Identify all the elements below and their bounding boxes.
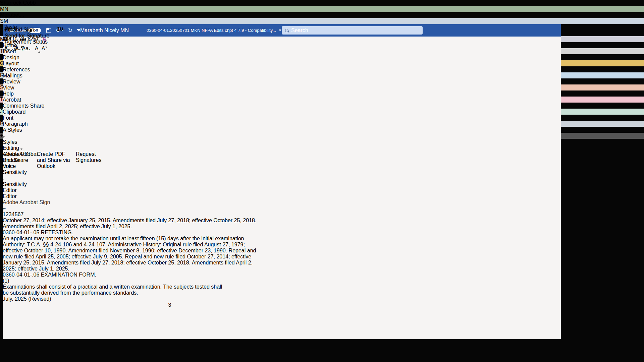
account-area[interactable]: Marabeth Nicely MN [80,27,129,34]
editor-button[interactable]: Editor [3,187,25,193]
ruler-row: ⌐ 1234567 [3,205,561,218]
styles-group-label: Styles [3,139,25,145]
styles-group: A Styles Styles [3,127,25,145]
sensitivity-group-label: Sensitivity [3,181,28,187]
adobe-acrobat-group: Create PDF and Share link Create PDF and… [3,151,106,157]
participant-avatar: SM [0,18,644,24]
adobe-sign-item[interactable]: Send for Signature [5,33,49,39]
editing-group: Editing [3,145,23,151]
ruler-number: 2 [6,212,9,217]
editor-group-label: Editor [3,193,25,199]
history-continuation-paragraph: October 27, 2014; effective January 25, … [3,218,259,230]
account-avatar[interactable]: MN [120,27,129,33]
selected-word: FORM. [79,272,96,278]
tab-file[interactable]: File [3,37,561,43]
sort-button[interactable]: A [14,46,19,51]
authority-paragraph: Authority: T.C.A. §§ 4-24-106 and 4-24-1… [3,242,259,272]
borders-button[interactable] [7,46,9,51]
section-heading-06: 0360-04-01-.06 EXAMINATION FORM. [3,272,561,278]
examination-item-paragraph: Examinations shall consist of a practica… [3,284,229,296]
adobe-sign-group-label: Adobe Acrobat Sign [3,199,59,205]
shading-button[interactable] [4,46,6,51]
tab-view[interactable]: View [3,85,561,91]
ruler-number: 7 [20,212,23,217]
editing-button[interactable]: Editing [3,145,23,151]
font-group-label: Font [3,115,89,121]
retesting-paragraph: An applicant may not retake the examinat… [3,236,259,242]
footer-revised-date: July, 2025 (Revised) [3,296,561,302]
tab-design[interactable]: Design [3,55,561,61]
font-group: Arial 10 B I U ab x₂ x² A A A [3,115,89,121]
word-window: AutoSave Off ↺ ↻ 0360-04-01.20250701 MKN… [3,24,561,339]
ribbon-tab-row: FileHomeInsertDesignLayoutReferencesMail… [3,37,561,109]
editor-group: Editor Editor [3,187,25,199]
clipboard-group-label: Clipboard [3,109,34,115]
shrink-font-button[interactable]: A [42,46,47,51]
tab-acrobat[interactable]: Acrobat [3,97,561,103]
show-paragraph-marks-button[interactable]: ¶ [21,46,24,51]
horizontal-ruler: 1234567 [3,212,561,218]
list-number: (1) [3,278,561,284]
ruler-number: 5 [15,212,18,217]
paragraph-group-label: Paragraph [3,121,76,127]
search-icon [285,29,288,32]
clipboard-group: Paste Clipboard [3,109,34,115]
document-page-1[interactable]: October 27, 2014; effective January 25, … [3,218,561,362]
sensitivity-group: Sensitivity Sensitivity [3,169,28,187]
document-area: October 27, 2014; effective January 25, … [3,218,561,362]
tab-review[interactable]: Review [3,79,561,85]
paragraph-group: A ¶ Paragraph [3,121,76,127]
tab-selector[interactable]: ⌐ [3,205,561,212]
request-signatures-button[interactable]: Request Signatures [76,151,105,163]
tab-home[interactable]: Home [3,43,561,49]
grow-font-button[interactable]: A [35,46,41,51]
account-name: Marabeth Nicely [80,27,119,33]
participant-name: Marabet... [0,12,24,18]
styles-button[interactable]: A Styles [3,127,25,139]
tabrow-actions: Comments Share [3,103,561,109]
customize-quick-access-icon[interactable] [77,29,80,32]
ribbon-tabs: FileHomeInsertDesignLayoutReferencesMail… [3,37,561,103]
section-heading-05: 0360-04-01-.05 RETESTING. [3,230,561,236]
share-button[interactable]: Share [30,103,45,109]
adobe-sign-item[interactable]: Agreement Status [5,39,49,45]
adobe-sign-item[interactable]: Fill and Sign [5,27,49,33]
screen: AutoSave Off ↺ ↻ 0360-04-01.20250701 MKN… [0,0,644,362]
ribbon: Paste Clipboard Arial 10 [3,109,561,205]
tab-layout[interactable]: Layout [3,61,561,67]
sensitivity-button[interactable]: Sensitivity [3,169,28,181]
create-pdf-share-link-button[interactable]: Create PDF and Share link [3,151,36,169]
participant-tile[interactable]: MN Marabet... [0,6,644,18]
participant-avatar: MN [0,6,644,12]
panel-speaker-name: Sharrock Cobb [0,0,644,6]
document-title[interactable]: 0360-04-01.20250701 MKN NFPA Edits chpt … [150,28,278,33]
tab-help[interactable]: Help [3,91,561,97]
ruler-number: 1 [3,212,6,217]
tab-insert[interactable]: Insert [3,49,561,55]
adobe-sign-items: Fill and Sign Send for Signature Agreeme… [5,27,49,45]
tab-mailings[interactable]: Mailings [3,73,561,79]
adobe-sign-group: Fill and Sign Send for Signature Agreeme… [3,199,59,205]
styles-icon: A [3,127,6,133]
create-pdf-outlook-button[interactable]: Create PDF and Share via Outlook [37,151,74,169]
search-placeholder: Search [291,27,308,34]
document-title-text: 0360-04-01.20250701 MKN NFPA Edits chpt … [147,28,276,33]
ruler-number: 4 [12,212,15,217]
ruler-number: 3 [9,212,12,217]
app-search-box[interactable]: Search [282,26,423,35]
title-chevron-icon [279,29,281,31]
tab-references[interactable]: References [3,67,561,73]
comments-button[interactable]: Comments [3,103,30,109]
footer-page-number: 3 [3,302,337,308]
title-bar: AutoSave Off ↺ ↻ 0360-04-01.20250701 MKN… [3,24,561,37]
font-size-select[interactable]: 10 [57,26,73,32]
